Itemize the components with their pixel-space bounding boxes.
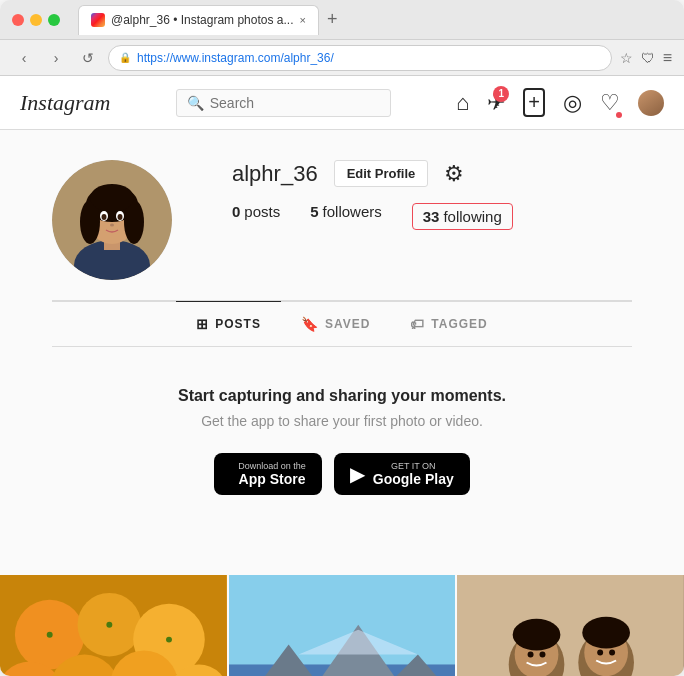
notification-badge: 1	[493, 86, 509, 102]
search-icon: 🔍	[187, 95, 204, 111]
app-buttons: Download on the App Store ▶ GET IT ON Go…	[72, 453, 612, 495]
add-post-icon[interactable]: +	[523, 88, 545, 117]
svg-point-27	[166, 637, 172, 643]
tab-favicon	[91, 13, 105, 27]
tab-saved-label: SAVED	[325, 317, 370, 331]
title-bar: @alphr_36 • Instagram photos a... × +	[0, 0, 684, 40]
profile-container: alphr_36 Edit Profile ⚙ 0 posts 5 follow…	[32, 130, 652, 575]
posts-stat[interactable]: 0 posts	[232, 203, 280, 230]
svg-point-42	[513, 619, 561, 651]
photo-item-3[interactable]	[457, 575, 684, 676]
profile-info: alphr_36 Edit Profile ⚙ 0 posts 5 follow…	[232, 160, 632, 246]
following-stat[interactable]: 33 following	[412, 203, 513, 230]
svg-point-12	[118, 214, 123, 220]
search-input[interactable]	[210, 95, 380, 111]
profile-header: alphr_36 Edit Profile ⚙ 0 posts 5 follow…	[52, 160, 632, 280]
posts-count: 0	[232, 203, 240, 220]
app-store-sub: Download on the	[238, 461, 306, 471]
tab-bar: @alphr_36 • Instagram photos a... × +	[78, 5, 672, 35]
instagram-logo[interactable]: Instagram	[20, 90, 110, 116]
app-store-text: Download on the App Store	[238, 461, 306, 487]
username-row: alphr_36 Edit Profile ⚙	[232, 160, 632, 187]
tab-posts[interactable]: ⊞ POSTS	[176, 301, 281, 346]
messenger-icon[interactable]: ✈ 1	[487, 90, 505, 116]
svg-point-46	[583, 617, 631, 649]
forward-button[interactable]: ›	[44, 46, 68, 70]
photo-grid	[0, 575, 684, 676]
tab-tagged[interactable]: 🏷 TAGGED	[390, 301, 507, 346]
settings-icon[interactable]: ⚙	[444, 161, 464, 187]
svg-point-11	[102, 214, 107, 220]
app-store-main: App Store	[238, 471, 306, 487]
refresh-button[interactable]: ↺	[76, 46, 100, 70]
address-bar: ‹ › ↺ 🔒 https://www.instagram.com/alphr_…	[0, 40, 684, 76]
google-play-icon: ▶	[350, 462, 365, 486]
user-avatar-small[interactable]	[638, 90, 664, 116]
active-tab[interactable]: @alphr_36 • Instagram photos a... ×	[78, 5, 319, 35]
home-icon[interactable]: ⌂	[456, 90, 469, 116]
close-button[interactable]	[12, 14, 24, 26]
coast-image	[229, 575, 456, 676]
tab-title: @alphr_36 • Instagram photos a...	[111, 13, 293, 27]
url-text: https://www.instagram.com/alphr_36/	[137, 51, 601, 65]
tab-close-icon[interactable]: ×	[299, 14, 305, 26]
google-play-sub: GET IT ON	[373, 461, 454, 471]
menu-icon[interactable]: ≡	[663, 49, 672, 67]
svg-point-50	[609, 650, 615, 656]
following-count: 33	[423, 208, 440, 225]
maximize-button[interactable]	[48, 14, 60, 26]
photo-item-2[interactable]	[229, 575, 456, 676]
empty-subtitle: Get the app to share your first photo or…	[72, 413, 612, 429]
google-play-button[interactable]: ▶ GET IT ON Google Play	[334, 453, 470, 495]
posts-label: posts	[244, 203, 280, 220]
traffic-lights	[12, 14, 60, 26]
svg-point-26	[106, 622, 112, 628]
url-bar[interactable]: 🔒 https://www.instagram.com/alphr_36/	[108, 45, 612, 71]
new-tab-button[interactable]: +	[323, 9, 342, 30]
shield-icon: 🛡	[641, 50, 655, 66]
tab-saved[interactable]: 🔖 SAVED	[281, 301, 390, 346]
photo-item-1[interactable]	[0, 575, 227, 676]
followers-label: followers	[323, 203, 382, 220]
profile-tabs: ⊞ POSTS 🔖 SAVED 🏷 TAGGED	[52, 301, 632, 346]
google-play-text: GET IT ON Google Play	[373, 461, 454, 487]
following-label: following	[443, 208, 501, 225]
oranges-image	[0, 575, 227, 676]
svg-point-25	[47, 632, 53, 638]
profile-username: alphr_36	[232, 161, 318, 187]
saved-tab-icon: 🔖	[301, 316, 319, 332]
followers-stat[interactable]: 5 followers	[310, 203, 382, 230]
google-play-main: Google Play	[373, 471, 454, 487]
heart-icon[interactable]: ♡	[600, 90, 620, 116]
explore-icon[interactable]: ◎	[563, 90, 582, 116]
back-button[interactable]: ‹	[12, 46, 36, 70]
app-store-button[interactable]: Download on the App Store	[214, 453, 322, 495]
browser-window: @alphr_36 • Instagram photos a... × + ‹ …	[0, 0, 684, 676]
instagram-page: Instagram 🔍 ⌂ ✈ 1 + ◎ ♡	[0, 76, 684, 676]
svg-point-8	[90, 184, 134, 212]
ig-header: Instagram 🔍 ⌂ ✈ 1 + ◎ ♡	[0, 76, 684, 130]
avatar-image	[52, 160, 172, 280]
svg-rect-38	[457, 575, 684, 676]
empty-title: Start capturing and sharing your moments…	[72, 387, 612, 405]
heart-dot	[616, 112, 622, 118]
empty-state: Start capturing and sharing your moments…	[52, 347, 632, 555]
posts-tab-icon: ⊞	[196, 316, 209, 332]
minimize-button[interactable]	[30, 14, 42, 26]
edit-profile-button[interactable]: Edit Profile	[334, 160, 429, 187]
svg-point-48	[540, 652, 546, 658]
profile-avatar[interactable]	[52, 160, 172, 280]
followers-count: 5	[310, 203, 318, 220]
search-box[interactable]: 🔍	[176, 89, 391, 117]
tab-tagged-label: TAGGED	[431, 317, 487, 331]
svg-point-47	[528, 652, 534, 658]
tagged-tab-icon: 🏷	[410, 316, 425, 332]
nav-icons: ⌂ ✈ 1 + ◎ ♡	[456, 88, 664, 117]
svg-point-13	[110, 224, 114, 227]
bookmark-icon[interactable]: ☆	[620, 50, 633, 66]
svg-point-49	[598, 650, 604, 656]
tab-posts-label: POSTS	[215, 317, 261, 331]
profile-stats: 0 posts 5 followers 33 following	[232, 203, 632, 230]
lock-icon: 🔒	[119, 52, 131, 63]
people-image	[457, 575, 684, 676]
